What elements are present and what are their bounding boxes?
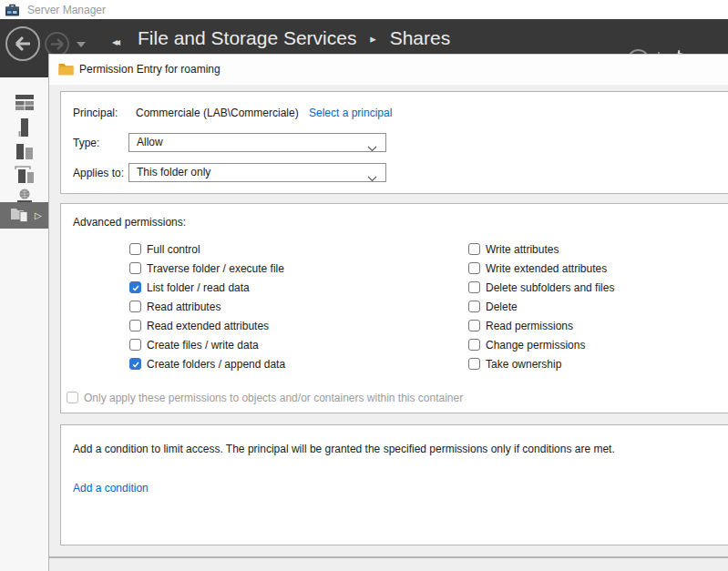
- permission-label: Read extended attributes: [147, 320, 269, 332]
- window-title: Server Manager: [27, 4, 106, 16]
- permission-label: Full control: [147, 243, 200, 256]
- principal-label: Principal:: [73, 107, 118, 119]
- permission-label: List folder / read data: [147, 281, 250, 294]
- permission-label: Delete: [486, 301, 518, 313]
- type-dropdown-value: Allow: [137, 136, 163, 148]
- permission-label: Write attributes: [486, 243, 559, 256]
- server-manager-app-icon: [5, 2, 20, 21]
- permission-row: Write attributes: [468, 240, 614, 259]
- checkbox-change-permissions[interactable]: [468, 339, 480, 351]
- back-button[interactable]: [5, 26, 40, 61]
- checkbox-take-ownership[interactable]: [468, 358, 480, 370]
- select-principal-link[interactable]: Select a principal: [309, 107, 392, 119]
- permission-label: Take ownership: [486, 358, 561, 371]
- principal-value: Commerciale (LAB\Commerciale): [136, 107, 299, 119]
- type-dropdown[interactable]: Allow: [128, 133, 386, 152]
- applies-to-dropdown[interactable]: This folder only: [128, 163, 386, 182]
- collapse-breadcrumb-icon[interactable]: ◂◂: [112, 36, 118, 48]
- checkbox-delete[interactable]: [468, 301, 480, 312]
- dialog-header: Permission Entry for roaming: [49, 55, 728, 85]
- local-server-icon: [15, 118, 35, 137]
- chevron-down-icon: [367, 170, 377, 188]
- permission-row: Change permissions: [468, 335, 614, 354]
- checkbox-create-files[interactable]: [129, 339, 141, 351]
- permission-row: List folder / read data: [129, 278, 285, 297]
- permission-label: Create folders / append data: [147, 358, 285, 371]
- folder-icon: [58, 63, 74, 79]
- add-condition-link[interactable]: Add a condition: [73, 482, 149, 495]
- sidebar-item-all-servers[interactable]: [0, 141, 48, 163]
- checkbox-read-extended-attributes[interactable]: [129, 320, 141, 331]
- breadcrumb-item-file-storage[interactable]: File and Storage Services: [138, 27, 356, 48]
- chevron-down-icon: [367, 140, 377, 158]
- checkbox-write-extended-attributes[interactable]: [468, 262, 480, 274]
- principal-type-section: Principal: Commerciale (LAB\Commerciale)…: [60, 91, 728, 194]
- sidebar-item-local-server[interactable]: [0, 117, 48, 138]
- only-apply-label: Only apply these permissions to objects …: [84, 392, 463, 404]
- checkbox-delete-subfolders[interactable]: [468, 281, 480, 293]
- file-storage-icon: [10, 206, 28, 226]
- permission-label: Write extended attributes: [486, 262, 607, 275]
- advanced-permissions-section: Advanced permissions: Full control Trave…: [60, 203, 728, 413]
- permissions-column-left: Full control Traverse folder / execute f…: [129, 240, 285, 373]
- permission-row: Full control: [129, 240, 285, 259]
- permission-row: Read extended attributes: [129, 316, 285, 335]
- permission-row: Traverse folder / execute file: [129, 259, 285, 278]
- dashboard-icon: [15, 94, 35, 111]
- permission-row: Create folders / append data: [129, 354, 285, 373]
- checkbox-full-control[interactable]: [129, 243, 141, 255]
- breadcrumb: File and Storage Services ▸ Shares: [138, 27, 450, 49]
- forward-button[interactable]: [45, 32, 69, 56]
- permission-row: Create files / write data: [129, 335, 285, 354]
- permission-entry-dialog: Permission Entry for roaming Principal: …: [48, 54, 728, 571]
- permission-label: Change permissions: [486, 339, 585, 352]
- advanced-permissions-label: Advanced permissions:: [73, 216, 186, 229]
- sidebar: ▷: [0, 77, 48, 571]
- checkbox-traverse-folder[interactable]: [129, 262, 141, 274]
- permission-row: Read attributes: [129, 297, 285, 316]
- applies-to-dropdown-value: This folder only: [137, 166, 210, 178]
- permission-row: Delete subfolders and files: [468, 278, 614, 297]
- applies-to-label: Applies to:: [73, 167, 124, 179]
- checkbox-only-apply: [67, 392, 78, 403]
- checkbox-create-folders[interactable]: [129, 358, 141, 370]
- breadcrumb-separator-icon: ▸: [370, 32, 376, 46]
- sidebar-item-file-storage-services[interactable]: ▷: [0, 202, 48, 229]
- permission-label: Read permissions: [486, 320, 573, 332]
- checkbox-read-permissions[interactable]: [468, 320, 480, 331]
- window-titlebar: Server Manager: [0, 0, 728, 19]
- permission-row: Read permissions: [468, 316, 614, 335]
- permission-row: Take ownership: [468, 354, 614, 373]
- checkbox-read-attributes[interactable]: [129, 301, 141, 312]
- permission-label: Read attributes: [147, 301, 220, 313]
- all-servers-icon: [15, 144, 35, 161]
- permission-label: Traverse folder / execute file: [147, 262, 284, 275]
- permission-label: Create files / write data: [147, 339, 259, 352]
- breadcrumb-item-shares[interactable]: Shares: [390, 27, 451, 48]
- dialog-title: Permission Entry for roaming: [79, 63, 220, 76]
- expand-pane-icon[interactable]: ▷: [35, 210, 42, 220]
- permission-row: Write extended attributes: [468, 259, 614, 278]
- type-label: Type:: [73, 137, 99, 149]
- permission-label: Delete subfolders and files: [486, 281, 614, 294]
- sidebar-item-server-group[interactable]: [0, 164, 48, 186]
- condition-section: Add a condition to limit access. The pri…: [60, 424, 728, 546]
- history-dropdown-icon[interactable]: [77, 42, 86, 47]
- dialog-footer-divider: [49, 556, 728, 558]
- checkbox-write-attributes[interactable]: [468, 243, 480, 255]
- sidebar-item-dashboard[interactable]: [0, 91, 48, 113]
- checkbox-list-folder[interactable]: [129, 281, 141, 293]
- server-group-icon: [15, 166, 35, 184]
- permissions-column-right: Write attributes Write extended attribut…: [468, 240, 614, 373]
- condition-description: Add a condition to limit access. The pri…: [73, 443, 615, 455]
- only-apply-row: Only apply these permissions to objects …: [67, 388, 463, 407]
- permission-row: Delete: [468, 297, 614, 316]
